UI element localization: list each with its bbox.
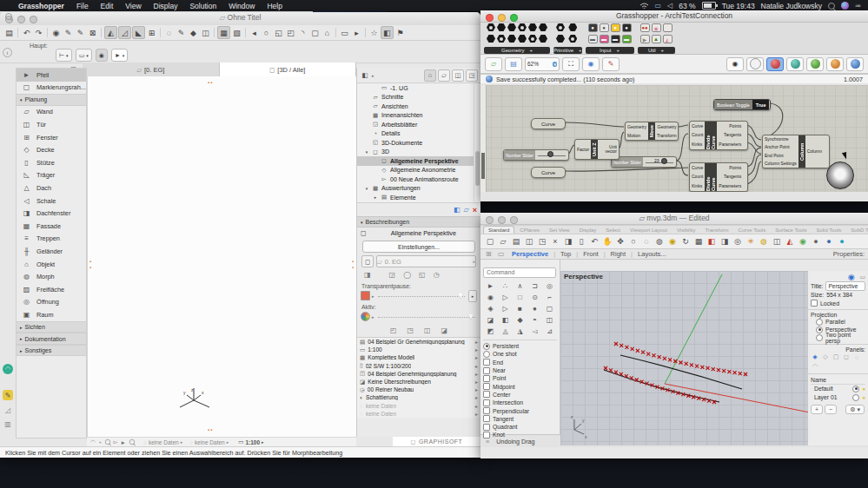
zoom-in-icon[interactable] <box>104 439 109 445</box>
component-icon[interactable] <box>497 23 506 31</box>
rhino-tool-icon-14[interactable]: ▢ <box>542 303 557 314</box>
undo-icon[interactable]: ↶ <box>21 27 32 38</box>
export-icon[interactable]: ◳ <box>536 235 548 247</box>
output-port[interactable]: Tangents <box>719 175 741 179</box>
toolbar-tab-display[interactable]: Display <box>575 227 601 234</box>
viewport-single-icon[interactable]: ▭ <box>498 250 505 258</box>
new-viewpoint-icon[interactable]: ◧ <box>454 206 461 214</box>
snap-points-icon[interactable]: ◣ <box>132 26 145 39</box>
viewport-label[interactable]: Perspective <box>564 273 603 280</box>
pen-tool-icon[interactable]: ✎ <box>3 390 13 400</box>
zoom-icon[interactable]: ○ <box>627 235 639 247</box>
toolbox-group-sichten[interactable]: ▸Sichten <box>17 321 86 333</box>
slider-track[interactable] <box>535 150 568 160</box>
rhino-tool-icon-24[interactable]: ⊿ <box>542 326 557 337</box>
canvas-navball[interactable] <box>826 162 854 189</box>
save-icon[interactable]: ▤ <box>3 27 15 38</box>
rhino-tool-icon-17[interactable]: ◆ <box>513 314 527 326</box>
shapes-icon[interactable]: ◯ <box>403 271 411 279</box>
spotlight-icon[interactable] <box>828 3 835 10</box>
rhino-tool-icon-15[interactable]: ◪ <box>483 314 498 326</box>
view-tab-0[interactable]: ▱[0. EG] <box>83 63 220 76</box>
output-port[interactable]: Points <box>719 166 741 170</box>
rhino-tool-icon-6[interactable]: ▷ <box>498 292 513 303</box>
tree-item[interactable]: ▱Schnitte <box>357 93 480 102</box>
zoom-extents-icon[interactable]: ⛶ <box>562 57 580 71</box>
preview-orange-icon[interactable] <box>826 57 844 71</box>
frame-icon[interactable]: ⊠ <box>87 27 98 38</box>
output-port[interactable]: Geometry <box>657 125 677 129</box>
quickbar-item[interactable]: ◌keine Daten▸ <box>143 439 182 445</box>
rhino-tool-icon-4[interactable]: ◎ <box>542 280 557 292</box>
command-input[interactable] <box>483 267 556 278</box>
zoom-dynamic-icon[interactable]: ◌ <box>640 235 653 247</box>
tool-freiflche[interactable]: ▨Freifläche <box>17 283 86 296</box>
new-doc-icon[interactable]: ▢ <box>484 235 496 247</box>
tool-tr[interactable]: ◫Tür <box>17 118 86 131</box>
input-component-icon[interactable]: ▬ <box>600 35 609 43</box>
move-icon[interactable]: ✥ <box>614 235 626 247</box>
rhino-tool-icon-10[interactable]: ◈ <box>483 303 498 314</box>
menu-file[interactable]: File <box>70 2 95 10</box>
input-component-icon[interactable]: ▬ <box>611 35 620 43</box>
view-setting-row[interactable]: ▭1:100▸ <box>357 346 480 353</box>
control-center-icon[interactable]: ≔ <box>855 3 861 10</box>
radio-icon[interactable] <box>816 326 823 333</box>
toolbar-tab-set-view[interactable]: Set View <box>545 227 574 234</box>
open-icon[interactable]: ▱ <box>497 235 509 247</box>
orbit-icon[interactable]: ◔ <box>98 439 102 445</box>
osnap-point[interactable]: Point <box>483 374 557 382</box>
view-setting-row[interactable]: ▦Komplettes Modell▸ <box>357 353 480 361</box>
print-icon[interactable]: ◫ <box>523 235 535 247</box>
input-port[interactable]: Synchronize <box>765 137 797 142</box>
story-button[interactable]: ▭ ▾ <box>76 49 92 62</box>
scale-value[interactable]: 1:100 <box>245 439 260 445</box>
component-icon[interactable] <box>528 35 537 43</box>
tree-item[interactable]: ◻Allgemeine Perspektive <box>357 156 480 166</box>
wireframe-preview-icon[interactable] <box>746 57 764 71</box>
menu-view[interactable]: View <box>119 2 147 10</box>
util-component-icon[interactable]: ●● <box>640 23 650 32</box>
tool-markierungsrah[interactable]: ▢Markierungsrah... <box>17 82 86 95</box>
component-icon[interactable] <box>487 35 495 43</box>
select-icon[interactable]: ► <box>121 439 126 445</box>
menu-display[interactable]: Display <box>148 2 184 10</box>
view-setting-row[interactable]: ◌keine Daten▸ <box>357 410 480 418</box>
rhino-tool-icon-21[interactable]: ◬ <box>498 326 513 337</box>
output-port[interactable]: Tangents <box>719 133 741 137</box>
output-port[interactable]: Points <box>719 124 741 129</box>
input-port[interactable]: Count <box>692 133 703 137</box>
util-component-icon[interactable]: ▶ <box>640 35 650 43</box>
gh-component-move[interactable]: GeometryMotionMoveGeometryTransform <box>625 122 679 141</box>
tool-morph[interactable]: ◍Morph <box>17 270 86 283</box>
ribbon-group-label[interactable]: Input+ <box>586 47 634 54</box>
tool-fassade[interactable]: ▦Fassade <box>17 220 86 233</box>
camera-icon[interactable]: ◉ <box>848 273 855 281</box>
gh-number-slider[interactable]: Number Slider23 <box>611 156 677 168</box>
color-wheel-icon[interactable]: ◉ <box>797 235 809 247</box>
fillet-icon[interactable]: ◝ <box>297 27 308 38</box>
input-port[interactable]: Kinks <box>692 142 703 147</box>
tool-raum[interactable]: ▣Raum <box>17 308 86 321</box>
active-pen-swatch[interactable] <box>361 312 370 321</box>
input-component-icon[interactable]: ● <box>622 23 632 32</box>
layers-panel-icon[interactable]: ◈ <box>811 353 819 361</box>
minimize-icon[interactable] <box>498 14 506 22</box>
undo-icon[interactable]: ↶ <box>588 235 600 247</box>
zoom-icon[interactable] <box>30 16 37 23</box>
rhino-tool-icon-0[interactable]: ► <box>483 280 498 292</box>
tool-decke[interactable]: ◇Decke <box>17 143 86 156</box>
clone-icon[interactable]: ◨ <box>364 271 371 279</box>
favorites-icon[interactable]: ☆ <box>368 27 380 38</box>
tree-item[interactable]: ▻00 Neue Animationsroute <box>357 175 480 184</box>
pen-icon[interactable]: ✎ <box>176 27 187 38</box>
volume-icon[interactable]: ◁ <box>667 2 673 10</box>
input-port[interactable]: Motion <box>627 134 646 138</box>
rhino-tool-icon-2[interactable]: ∧ <box>513 280 527 292</box>
input-port[interactable]: Column Settings <box>765 162 797 166</box>
tool-pfeil[interactable]: ►Pfeil <box>17 69 86 82</box>
view-setting-row[interactable]: ▯02 S/W 1:100/200▸ <box>357 362 480 370</box>
circle-arrow-icon[interactable]: ◎ <box>732 235 744 247</box>
menu-grasshopper[interactable]: Grasshopper <box>12 2 70 10</box>
fit-icon[interactable]: ◱ <box>273 27 284 38</box>
